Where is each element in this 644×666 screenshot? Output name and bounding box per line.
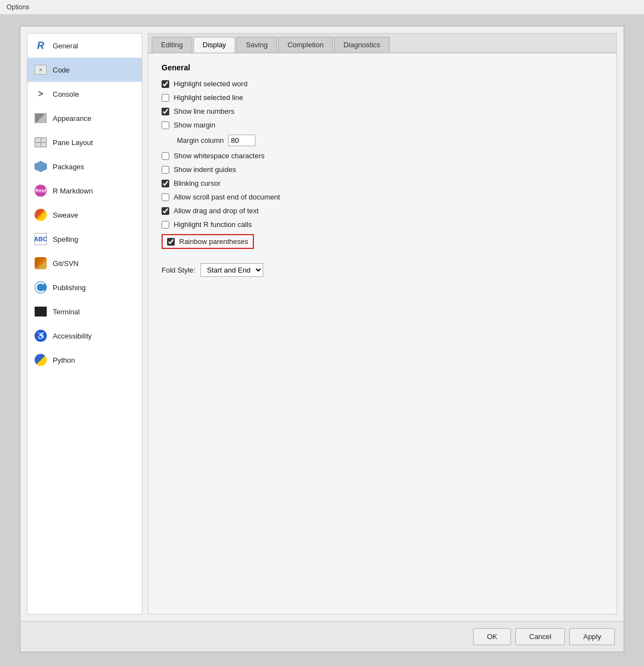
sidebar-label-publishing: Publishing <box>53 284 86 292</box>
sidebar-item-spelling[interactable]: ABC Spelling <box>27 227 142 251</box>
title-bar: Options <box>0 0 644 15</box>
checkbox-highlight-word[interactable] <box>162 80 169 88</box>
checkbox-highlight-calls[interactable] <box>162 221 169 229</box>
git-icon <box>34 257 47 270</box>
checkbox-scroll-past-end[interactable] <box>162 193 169 201</box>
sidebar-label-gitsvn: Git/SVN <box>53 259 79 268</box>
sidebar-label-pane-layout: Pane Layout <box>53 138 93 147</box>
console-icon: > <box>34 87 47 101</box>
label-show-line-numbers: Show line numbers <box>174 107 235 115</box>
title-text: Options <box>7 3 29 11</box>
dialog-body: R General ≡ Code > Console Appea <box>20 26 624 621</box>
checkbox-show-indent[interactable] <box>162 166 169 174</box>
publishing-icon <box>34 281 47 294</box>
margin-column-input[interactable] <box>228 135 256 146</box>
label-blinking-cursor: Blinking cursor <box>174 179 220 187</box>
appearance-icon <box>34 112 47 125</box>
spelling-icon: ABC <box>34 232 47 246</box>
sidebar-label-console: Console <box>53 90 79 98</box>
sidebar-item-appearance[interactable]: Appearance <box>27 106 142 130</box>
main-content: Editing Display Saving Completion Diagno… <box>148 33 617 614</box>
sidebar-item-publishing[interactable]: Publishing <box>27 275 142 299</box>
sweave-icon <box>34 208 47 221</box>
sidebar-item-python[interactable]: Python <box>27 348 142 372</box>
sidebar-label-python: Python <box>53 356 75 364</box>
checkbox-show-margin[interactable] <box>162 121 169 129</box>
sidebar-label-accessibility: Accessibility <box>53 332 92 340</box>
cancel-button[interactable]: Cancel <box>515 628 565 645</box>
tab-bar: Editing Display Saving Completion Diagno… <box>148 34 617 53</box>
sidebar-label-code: Code <box>53 66 70 74</box>
option-drag-drop: Allow drag and drop of text <box>162 207 603 215</box>
sidebar-label-packages: Packages <box>53 163 84 171</box>
tab-display-content: General Highlight selected word Highligh… <box>148 53 617 614</box>
rmd-icon: Rmd <box>34 184 47 197</box>
checkbox-show-line-numbers[interactable] <box>162 108 169 115</box>
sidebar: R General ≡ Code > Console Appea <box>27 33 142 614</box>
margin-column-row: Margin column <box>177 135 603 146</box>
fold-style-row: Fold Style: Start and End Start Only <box>162 263 603 277</box>
label-highlight-line: Highlight selected line <box>174 93 243 102</box>
python-icon <box>34 353 47 367</box>
label-rainbow-parens: Rainbow parentheses <box>179 237 248 246</box>
label-show-indent: Show indent guides <box>174 165 236 174</box>
dialog-footer: OK Cancel Apply <box>20 621 624 652</box>
fold-style-select[interactable]: Start and End Start Only <box>201 263 263 277</box>
option-highlight-calls: Highlight R function calls <box>162 220 603 229</box>
sidebar-item-packages[interactable]: Packages <box>27 154 142 179</box>
options-dialog: R General ≡ Code > Console Appea <box>20 26 624 652</box>
sidebar-label-sweave: Sweave <box>53 211 78 219</box>
label-highlight-calls: Highlight R function calls <box>174 220 252 229</box>
checkbox-rainbow-parens[interactable] <box>167 238 175 246</box>
sidebar-label-general: General <box>53 42 78 50</box>
section-general-title: General <box>162 63 603 72</box>
sidebar-item-code[interactable]: ≡ Code <box>27 58 142 82</box>
label-highlight-word: Highlight selected word <box>174 80 247 88</box>
option-scroll-past-end: Allow scroll past end of document <box>162 193 603 201</box>
tab-saving[interactable]: Saving <box>236 37 277 53</box>
checkbox-blinking-cursor[interactable] <box>162 180 169 187</box>
accessibility-icon: ♿ <box>34 329 47 342</box>
tab-completion[interactable]: Completion <box>278 37 333 53</box>
label-show-margin: Show margin <box>174 121 215 129</box>
option-show-margin: Show margin <box>162 121 603 129</box>
checkbox-show-whitespace[interactable] <box>162 152 169 160</box>
option-blinking-cursor: Blinking cursor <box>162 179 603 187</box>
sidebar-item-terminal[interactable]: Terminal <box>27 299 142 324</box>
ok-button[interactable]: OK <box>473 628 511 645</box>
sidebar-item-rmarkdown[interactable]: Rmd R Markdown <box>27 179 142 203</box>
option-highlight-line: Highlight selected line <box>162 93 603 102</box>
sidebar-item-console[interactable]: > Console <box>27 82 142 106</box>
tab-editing[interactable]: Editing <box>152 37 192 53</box>
option-highlight-word: Highlight selected word <box>162 80 603 88</box>
sidebar-item-sweave[interactable]: Sweave <box>27 203 142 227</box>
packages-icon <box>34 160 47 173</box>
sidebar-label-terminal: Terminal <box>53 308 80 316</box>
option-show-whitespace: Show whitespace characters <box>162 152 603 160</box>
label-show-whitespace: Show whitespace characters <box>174 152 264 160</box>
terminal-icon <box>34 305 47 318</box>
sidebar-item-gitsvn[interactable]: Git/SVN <box>27 251 142 275</box>
tab-diagnostics[interactable]: Diagnostics <box>334 37 390 53</box>
fold-style-label: Fold Style: <box>162 266 195 274</box>
option-show-line-numbers: Show line numbers <box>162 107 603 115</box>
margin-column-label: Margin column <box>177 136 224 145</box>
apply-button[interactable]: Apply <box>569 628 615 645</box>
sidebar-label-appearance: Appearance <box>53 114 91 123</box>
checkbox-highlight-line[interactable] <box>162 94 169 102</box>
pane-icon <box>34 136 47 149</box>
label-scroll-past-end: Allow scroll past end of document <box>174 193 280 201</box>
sidebar-item-pane-layout[interactable]: Pane Layout <box>27 130 142 154</box>
sidebar-item-accessibility[interactable]: ♿ Accessibility <box>27 324 142 348</box>
option-show-indent: Show indent guides <box>162 165 603 174</box>
checkbox-drag-drop[interactable] <box>162 207 169 215</box>
sidebar-label-rmarkdown: R Markdown <box>53 187 93 195</box>
label-drag-drop: Allow drag and drop of text <box>174 207 259 215</box>
rainbow-parens-highlight: Rainbow parentheses <box>162 234 254 249</box>
r-icon: R <box>34 39 47 52</box>
tab-display[interactable]: Display <box>193 37 236 53</box>
sidebar-item-general[interactable]: R General <box>27 34 142 58</box>
sidebar-label-spelling: Spelling <box>53 235 78 243</box>
option-rainbow-parens-wrapper: Rainbow parentheses <box>162 234 603 254</box>
code-icon: ≡ <box>34 63 47 76</box>
